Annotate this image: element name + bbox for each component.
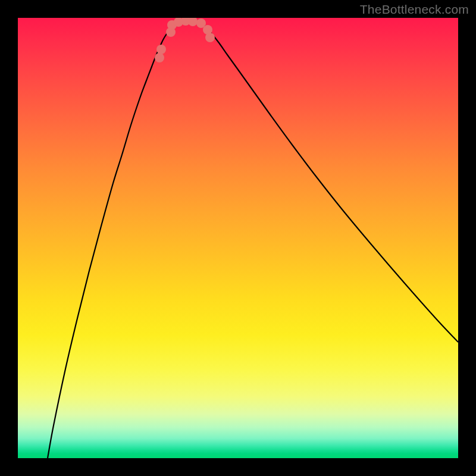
watermark-text: TheBottleneck.com xyxy=(360,2,469,17)
curve-left-branch xyxy=(48,21,181,458)
data-dots-group xyxy=(155,18,215,62)
curve-right-branch xyxy=(196,21,458,342)
data-dot xyxy=(188,18,198,26)
curve-layer xyxy=(18,18,458,458)
data-dot xyxy=(155,53,164,62)
data-dot xyxy=(156,45,166,54)
chart-frame: TheBottleneck.com xyxy=(0,0,476,476)
data-dot xyxy=(205,33,215,42)
plot-area xyxy=(18,18,458,458)
